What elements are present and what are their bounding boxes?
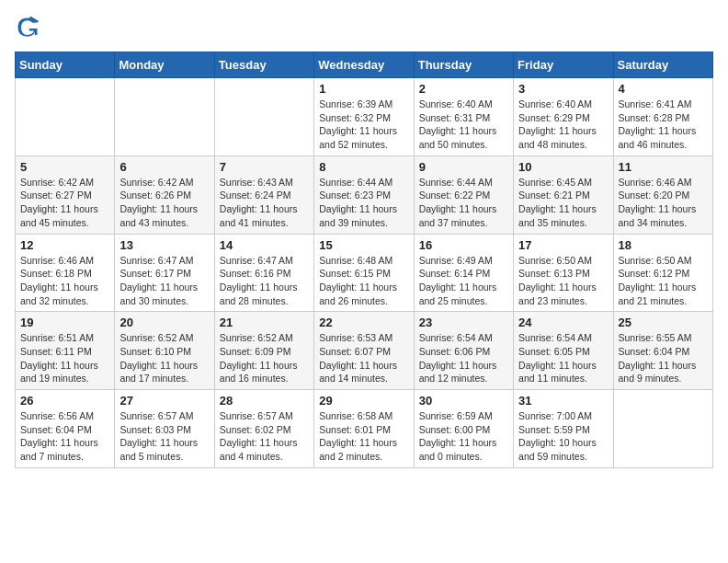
day-info: Sunrise: 6:40 AMSunset: 6:31 PMDaylight:… [419,98,508,152]
weekday-header-wednesday: Wednesday [314,52,414,78]
day-number: 12 [20,238,109,252]
weekday-header-sunday: Sunday [16,52,115,78]
day-info: Sunrise: 6:44 AMSunset: 6:23 PMDaylight:… [319,176,408,230]
day-number: 17 [518,238,608,252]
weekday-header-row: SundayMondayTuesdayWednesdayThursdayFrid… [16,52,713,78]
day-info: Sunrise: 6:44 AMSunset: 6:22 PMDaylight:… [419,176,508,230]
day-number: 3 [518,82,608,96]
day-number: 5 [20,160,109,174]
calendar-cell: 8Sunrise: 6:44 AMSunset: 6:23 PMDaylight… [314,155,414,234]
calendar-cell: 27Sunrise: 6:57 AMSunset: 6:03 PMDayligh… [115,390,214,468]
calendar-cell: 25Sunrise: 6:55 AMSunset: 6:04 PMDayligh… [613,312,712,390]
day-number: 4 [619,82,708,96]
day-info: Sunrise: 6:52 AMSunset: 6:09 PMDaylight:… [220,331,309,385]
calendar-cell: 28Sunrise: 6:57 AMSunset: 6:02 PMDayligh… [214,390,313,468]
day-info: Sunrise: 6:42 AMSunset: 6:26 PMDaylight:… [119,176,209,230]
calendar-cell: 4Sunrise: 6:41 AMSunset: 6:28 PMDaylight… [613,78,712,156]
page-header [15,15,713,40]
day-number: 24 [518,316,608,329]
day-number: 29 [319,394,408,408]
day-info: Sunrise: 6:48 AMSunset: 6:15 PMDaylight:… [319,254,408,308]
calendar-cell: 19Sunrise: 6:51 AMSunset: 6:11 PMDayligh… [16,312,115,390]
day-number: 26 [20,394,109,408]
day-info: Sunrise: 6:43 AMSunset: 6:24 PMDaylight:… [220,176,309,230]
calendar-cell: 5Sunrise: 6:42 AMSunset: 6:27 PMDaylight… [16,155,115,234]
day-number: 8 [319,160,408,174]
weekday-header-monday: Monday [115,52,214,78]
calendar-cell: 18Sunrise: 6:50 AMSunset: 6:12 PMDayligh… [613,234,712,312]
day-info: Sunrise: 6:46 AMSunset: 6:20 PMDaylight:… [619,176,708,230]
week-row-2: 5Sunrise: 6:42 AMSunset: 6:27 PMDaylight… [16,155,713,234]
calendar-cell [115,78,214,156]
calendar-cell: 20Sunrise: 6:52 AMSunset: 6:10 PMDayligh… [115,312,214,390]
day-info: Sunrise: 6:49 AMSunset: 6:14 PMDaylight:… [419,254,508,308]
day-info: Sunrise: 6:40 AMSunset: 6:29 PMDaylight:… [518,98,608,152]
day-info: Sunrise: 6:57 AMSunset: 6:02 PMDaylight:… [220,409,309,464]
day-number: 28 [220,394,309,408]
weekday-header-tuesday: Tuesday [214,52,313,78]
calendar-cell: 14Sunrise: 6:47 AMSunset: 6:16 PMDayligh… [214,234,313,312]
day-number: 1 [319,82,408,96]
day-number: 14 [220,238,309,252]
calendar-cell: 30Sunrise: 6:59 AMSunset: 6:00 PMDayligh… [414,390,513,468]
day-number: 20 [119,316,209,329]
day-number: 11 [619,160,708,174]
day-info: Sunrise: 6:53 AMSunset: 6:07 PMDaylight:… [319,331,408,385]
calendar-cell: 9Sunrise: 6:44 AMSunset: 6:22 PMDaylight… [414,155,513,234]
day-info: Sunrise: 6:39 AMSunset: 6:32 PMDaylight:… [319,98,408,152]
day-info: Sunrise: 6:50 AMSunset: 6:13 PMDaylight:… [518,254,608,308]
week-row-3: 12Sunrise: 6:46 AMSunset: 6:18 PMDayligh… [16,234,713,312]
day-info: Sunrise: 6:47 AMSunset: 6:16 PMDaylight:… [220,254,309,308]
week-row-5: 26Sunrise: 6:56 AMSunset: 6:04 PMDayligh… [16,390,713,468]
day-number: 25 [619,316,708,329]
calendar-cell: 21Sunrise: 6:52 AMSunset: 6:09 PMDayligh… [214,312,313,390]
day-info: Sunrise: 6:51 AMSunset: 6:11 PMDaylight:… [20,331,109,385]
calendar-cell: 29Sunrise: 6:58 AMSunset: 6:01 PMDayligh… [314,390,414,468]
calendar-cell: 16Sunrise: 6:49 AMSunset: 6:14 PMDayligh… [414,234,513,312]
week-row-4: 19Sunrise: 6:51 AMSunset: 6:11 PMDayligh… [16,312,713,390]
weekday-header-thursday: Thursday [414,52,513,78]
calendar-cell: 17Sunrise: 6:50 AMSunset: 6:13 PMDayligh… [514,234,613,312]
day-number: 2 [419,82,508,96]
day-number: 7 [220,160,309,174]
calendar-cell: 26Sunrise: 6:56 AMSunset: 6:04 PMDayligh… [16,390,115,468]
day-info: Sunrise: 6:58 AMSunset: 6:01 PMDaylight:… [319,409,408,464]
day-number: 16 [419,238,508,252]
calendar-cell [613,390,712,468]
day-info: Sunrise: 6:56 AMSunset: 6:04 PMDaylight:… [20,409,109,464]
weekday-header-saturday: Saturday [613,52,712,78]
logo [15,15,44,40]
day-info: Sunrise: 6:45 AMSunset: 6:21 PMDaylight:… [518,176,608,230]
weekday-header-friday: Friday [514,52,613,78]
calendar-cell: 3Sunrise: 6:40 AMSunset: 6:29 PMDaylight… [514,78,613,156]
day-info: Sunrise: 6:54 AMSunset: 6:06 PMDaylight:… [419,331,508,385]
calendar-cell: 10Sunrise: 6:45 AMSunset: 6:21 PMDayligh… [514,155,613,234]
calendar-table: SundayMondayTuesdayWednesdayThursdayFrid… [15,52,713,468]
day-info: Sunrise: 6:46 AMSunset: 6:18 PMDaylight:… [20,254,109,308]
day-info: Sunrise: 6:59 AMSunset: 6:00 PMDaylight:… [419,409,508,464]
day-number: 6 [119,160,209,174]
calendar-cell [16,78,115,156]
day-info: Sunrise: 7:00 AMSunset: 5:59 PMDaylight:… [518,409,608,464]
day-number: 9 [419,160,508,174]
calendar-cell: 23Sunrise: 6:54 AMSunset: 6:06 PMDayligh… [414,312,513,390]
day-number: 23 [419,316,508,329]
calendar-cell: 2Sunrise: 6:40 AMSunset: 6:31 PMDaylight… [414,78,513,156]
day-info: Sunrise: 6:41 AMSunset: 6:28 PMDaylight:… [619,98,708,152]
day-number: 27 [119,394,209,408]
day-number: 22 [319,316,408,329]
day-number: 19 [20,316,109,329]
day-number: 13 [119,238,209,252]
calendar-cell: 22Sunrise: 6:53 AMSunset: 6:07 PMDayligh… [314,312,414,390]
calendar-cell: 15Sunrise: 6:48 AMSunset: 6:15 PMDayligh… [314,234,414,312]
calendar-cell: 12Sunrise: 6:46 AMSunset: 6:18 PMDayligh… [16,234,115,312]
day-info: Sunrise: 6:57 AMSunset: 6:03 PMDaylight:… [119,409,209,464]
day-info: Sunrise: 6:50 AMSunset: 6:12 PMDaylight:… [619,254,708,308]
day-number: 31 [518,394,608,408]
day-number: 15 [319,238,408,252]
day-info: Sunrise: 6:54 AMSunset: 6:05 PMDaylight:… [518,331,608,385]
day-number: 30 [419,394,508,408]
calendar-cell: 6Sunrise: 6:42 AMSunset: 6:26 PMDaylight… [115,155,214,234]
day-number: 10 [518,160,608,174]
calendar-cell: 31Sunrise: 7:00 AMSunset: 5:59 PMDayligh… [514,390,613,468]
